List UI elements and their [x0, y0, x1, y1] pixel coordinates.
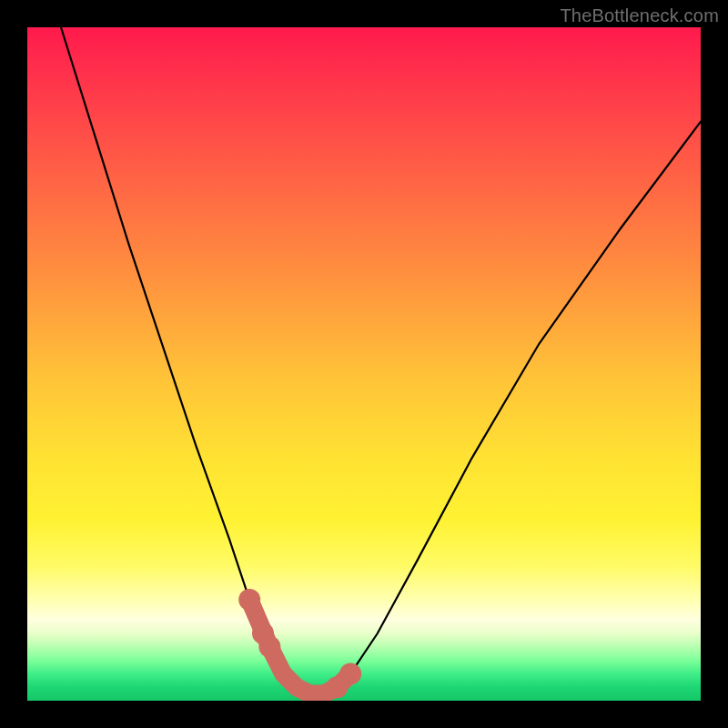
plot-area: [27, 27, 701, 701]
highlight-dot: [258, 636, 280, 658]
highlight-dot: [339, 662, 361, 684]
highlight-dot: [238, 589, 260, 611]
bottleneck-curve-svg: [27, 27, 701, 701]
watermark-text: TheBottleneck.com: [560, 5, 719, 26]
curve-line: [61, 27, 701, 694]
chart-frame: TheBottleneck.com: [0, 0, 728, 728]
